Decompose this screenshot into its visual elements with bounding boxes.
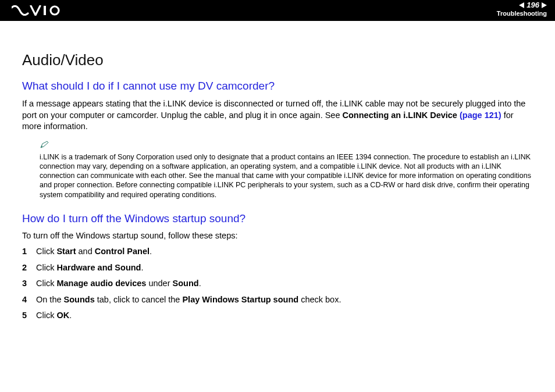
step-text: . xyxy=(199,279,201,288)
step-text: check box. xyxy=(298,295,341,304)
step-item: Click Manage audio devices under Sound. xyxy=(22,278,533,290)
step-bold: Control Panel xyxy=(95,247,150,256)
step-text: Click xyxy=(36,263,56,272)
page-content: Audio/Video What should I do if I cannot… xyxy=(0,21,555,338)
step-bold: Sound xyxy=(173,279,199,288)
svg-rect-0 xyxy=(44,6,46,15)
step-text: Click xyxy=(36,311,56,320)
step-text: On the xyxy=(36,295,64,304)
step-text: and xyxy=(76,247,95,256)
step-text: . xyxy=(141,263,143,272)
note-text: i.LINK is a trademark of Sony Corporatio… xyxy=(40,152,533,199)
question-2-heading: How do I turn off the Windows startup so… xyxy=(22,212,533,225)
page-title: Audio/Video xyxy=(22,51,533,69)
step-text: Click xyxy=(36,247,56,256)
step-text: . xyxy=(69,311,72,320)
q1-bold-ref: Connecting an i.LINK Device xyxy=(343,111,460,120)
page-121-link[interactable]: (page 121) xyxy=(460,111,501,120)
step-text: . xyxy=(150,247,152,256)
step-item: Click OK. xyxy=(22,310,533,322)
prev-page-arrow-icon[interactable] xyxy=(519,2,524,8)
step-item: Click Start and Control Panel. xyxy=(22,246,533,258)
question-1-heading: What should I do if I cannot use my DV c… xyxy=(22,80,533,92)
vaio-logo-svg xyxy=(12,5,63,16)
note-pencil-icon xyxy=(40,141,533,151)
step-item: Click Hardware and Sound. xyxy=(22,262,533,274)
question-2-intro: To turn off the Windows startup sound, f… xyxy=(22,231,533,240)
svg-point-1 xyxy=(51,6,59,15)
step-text: under xyxy=(146,279,172,288)
step-bold: Manage audio devices xyxy=(56,279,146,288)
step-text: tab, click to cancel the xyxy=(95,295,183,304)
note-block: i.LINK is a trademark of Sony Corporatio… xyxy=(40,141,533,199)
step-bold: Hardware and Sound xyxy=(56,263,141,272)
header-right: 196 Troubleshooting xyxy=(497,1,547,17)
question-1-paragraph: If a message appears stating that the i.… xyxy=(22,98,533,133)
step-bold: Sounds xyxy=(64,295,95,304)
page-number: 196 xyxy=(526,1,539,9)
steps-list: Click Start and Control Panel. Click Har… xyxy=(22,246,533,322)
step-bold: Start xyxy=(56,247,76,256)
next-page-arrow-icon[interactable] xyxy=(542,2,547,8)
page-nav: 196 xyxy=(497,1,547,9)
step-item: On the Sounds tab, click to cancel the P… xyxy=(22,294,533,306)
section-breadcrumb: Troubleshooting xyxy=(497,9,547,17)
vaio-logo xyxy=(12,5,63,16)
step-bold: Play Windows Startup sound xyxy=(182,295,298,304)
step-text: Click xyxy=(36,279,56,288)
step-bold: OK xyxy=(56,311,69,320)
header-bar: 196 Troubleshooting xyxy=(0,0,555,21)
